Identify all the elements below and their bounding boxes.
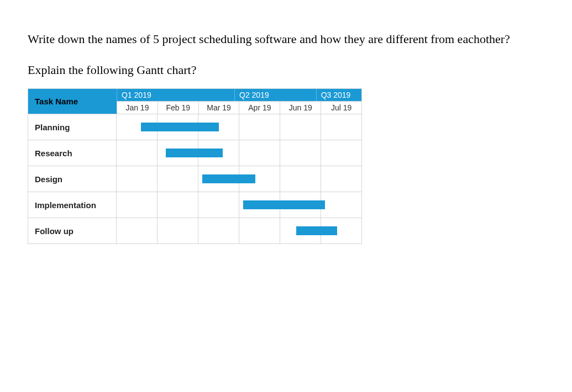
gantt-row: Design xyxy=(28,166,361,192)
gantt-cell xyxy=(321,192,361,218)
question-line2: Explain the following Gantt chart? xyxy=(28,57,544,83)
gantt-quarters-row: Q1 2019 Q2 2019 Q3 2019 xyxy=(117,89,361,101)
gantt-month: Feb 19 xyxy=(158,101,198,114)
gantt-task-label: Research xyxy=(28,140,117,166)
gantt-cells xyxy=(117,140,361,166)
gantt-row: Planning xyxy=(28,114,361,140)
gantt-cell xyxy=(198,218,239,243)
gantt-bar xyxy=(166,149,223,157)
gantt-body: PlanningResearchDesignImplementationFoll… xyxy=(28,114,361,243)
gantt-row: Research xyxy=(28,140,361,166)
gantt-cell xyxy=(117,140,157,166)
gantt-row: Follow up xyxy=(28,218,361,243)
gantt-cell xyxy=(280,114,321,140)
gantt-task-label: Design xyxy=(28,166,117,192)
gantt-cells xyxy=(117,192,361,218)
gantt-month: Mar 19 xyxy=(198,101,239,114)
gantt-cell xyxy=(280,140,321,166)
gantt-month: Jan 19 xyxy=(117,101,158,114)
gantt-cell xyxy=(117,218,157,243)
gantt-cell xyxy=(321,166,361,192)
gantt-quarter-q1: Q1 2019 xyxy=(117,89,234,101)
gantt-row: Implementation xyxy=(28,192,361,218)
gantt-cells xyxy=(117,218,361,243)
gantt-bar xyxy=(296,226,337,235)
gantt-cell xyxy=(280,166,321,192)
gantt-cell xyxy=(239,218,280,243)
gantt-taskname-header: Task Name xyxy=(28,89,117,114)
gantt-months-row: Jan 19 Feb 19 Mar 19 Apr 19 Jun 19 Jul 1… xyxy=(117,101,361,114)
gantt-cell xyxy=(321,114,361,140)
gantt-task-label: Follow up xyxy=(28,218,117,243)
gantt-chart: Task Name Q1 2019 Q2 2019 Q3 2019 Jan 19… xyxy=(28,88,362,244)
gantt-bar xyxy=(141,123,218,131)
gantt-quarter-q3: Q3 2019 xyxy=(316,89,361,101)
gantt-bar xyxy=(243,200,325,209)
gantt-cell xyxy=(198,192,239,218)
gantt-task-label: Planning xyxy=(28,114,117,140)
gantt-cell xyxy=(239,140,280,166)
gantt-cell xyxy=(157,166,198,192)
gantt-cell xyxy=(117,166,157,192)
gantt-month: Jun 19 xyxy=(280,101,321,114)
gantt-cells xyxy=(117,114,361,140)
gantt-cell xyxy=(321,140,361,166)
gantt-cell xyxy=(157,218,198,243)
gantt-quarter-q2: Q2 2019 xyxy=(234,89,316,101)
gantt-bar xyxy=(202,174,255,183)
gantt-cell xyxy=(239,114,280,140)
question-line1: Write down the names of 5 project schedu… xyxy=(28,27,544,52)
gantt-month: Apr 19 xyxy=(239,101,280,114)
gantt-cell xyxy=(117,192,157,218)
gantt-cells xyxy=(117,166,361,192)
gantt-header: Task Name Q1 2019 Q2 2019 Q3 2019 Jan 19… xyxy=(28,89,361,114)
gantt-month: Jul 19 xyxy=(321,101,361,114)
gantt-cell xyxy=(157,192,198,218)
gantt-task-label: Implementation xyxy=(28,192,117,218)
